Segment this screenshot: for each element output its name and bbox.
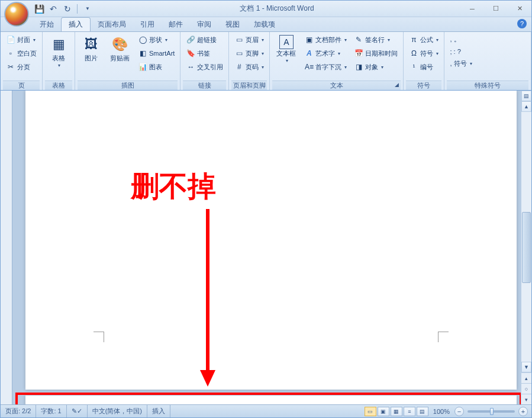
- help-button[interactable]: ?: [517, 19, 527, 28]
- qat-save-button[interactable]: 💾: [33, 2, 46, 15]
- zoom-slider-thumb[interactable]: [490, 408, 494, 415]
- textbox-icon: A: [279, 35, 294, 49]
- cross-reference-icon: ↔: [186, 62, 195, 72]
- equation-icon: π: [409, 35, 418, 44]
- table-icon: ▦: [49, 35, 68, 54]
- picture-icon: 🖼: [82, 35, 101, 54]
- footer-button[interactable]: ▭页脚▾: [231, 47, 267, 60]
- tab-addins[interactable]: 加载项: [247, 18, 282, 31]
- date-time-icon: 📅: [354, 49, 363, 58]
- zoom-out-button[interactable]: −: [454, 407, 464, 416]
- full-screen-view-button[interactable]: ▣: [378, 407, 389, 416]
- signature-line-button[interactable]: ✎签名行▾: [351, 33, 401, 46]
- blank-page-icon: ▫: [6, 49, 15, 58]
- scroll-thumb[interactable]: [522, 212, 531, 283]
- header-button[interactable]: ▭页眉▾: [231, 33, 267, 46]
- chart-icon: 📊: [138, 62, 147, 72]
- office-button[interactable]: [4, 2, 29, 27]
- shapes-icon: ◯: [138, 35, 147, 44]
- chart-button[interactable]: 📊图表: [135, 60, 178, 73]
- header-icon: ▭: [234, 35, 244, 44]
- quick-parts-button[interactable]: ▣文档部件▾: [301, 33, 350, 46]
- language-status[interactable]: 中文(简体，中国): [88, 405, 147, 417]
- cross-reference-button[interactable]: ↔交叉引用: [183, 60, 226, 73]
- page-status[interactable]: 页面: 2/2: [1, 405, 36, 417]
- svg-marker-1: [200, 370, 215, 387]
- document-page-1[interactable]: [25, 91, 517, 390]
- smartart-button[interactable]: ◧SmartArt: [135, 47, 178, 60]
- quick-parts-icon: ▣: [304, 35, 314, 44]
- proofing-status[interactable]: ✎✓: [67, 405, 88, 417]
- vertical-ruler[interactable]: [1, 91, 12, 404]
- tab-page-layout[interactable]: 页面布局: [91, 18, 133, 31]
- drop-cap-button[interactable]: A≡首字下沉▾: [301, 60, 350, 73]
- ruler-toggle-button[interactable]: ▤: [521, 91, 531, 101]
- quick-access-toolbar: 💾 ↶ ↻ ▼: [33, 1, 93, 17]
- window-controls: ─ ☐ ✕: [460, 1, 531, 17]
- symbol-button[interactable]: Ω符号▾: [406, 47, 441, 60]
- close-button[interactable]: ✕: [508, 1, 531, 17]
- minimize-button[interactable]: ─: [460, 1, 484, 17]
- vertical-scrollbar[interactable]: ▤ ▲ ▼ ▴ ○ ▾: [521, 91, 531, 404]
- page-number-button[interactable]: #页码▾: [231, 60, 267, 73]
- browse-object-button[interactable]: ○: [521, 383, 531, 394]
- drop-cap-icon: A≡: [304, 62, 314, 72]
- qat-customize-button[interactable]: ▼: [80, 2, 93, 15]
- draft-view-button[interactable]: ▤: [417, 407, 428, 416]
- picture-button[interactable]: 🖼图片: [78, 33, 105, 65]
- tab-review[interactable]: 审阅: [190, 18, 218, 31]
- punct-more-button[interactable]: , 符号▾: [447, 57, 475, 70]
- web-layout-view-button[interactable]: ▦: [391, 407, 402, 416]
- scroll-track[interactable]: [521, 112, 531, 362]
- tab-view[interactable]: 视图: [218, 18, 247, 31]
- group-illustrations-label: 插图: [78, 81, 178, 90]
- word-count-status[interactable]: 字数: 1: [36, 405, 66, 417]
- cover-page-button[interactable]: 📄封面▾: [3, 33, 40, 46]
- document-canvas[interactable]: ↵ 删不掉: [12, 91, 521, 404]
- object-button[interactable]: ◨对象▾: [351, 60, 401, 73]
- bookmark-button[interactable]: 🔖书签: [183, 47, 226, 60]
- group-symbols-label: 符号: [406, 81, 441, 90]
- tab-mailings[interactable]: 邮件: [162, 18, 190, 31]
- zoom-level[interactable]: 100%: [433, 408, 450, 415]
- print-layout-view-button[interactable]: ▭: [365, 407, 376, 416]
- next-page-button[interactable]: ▾: [521, 394, 531, 404]
- hyperlink-button[interactable]: 🔗超链接: [183, 33, 226, 46]
- page-break-button[interactable]: ✂分页: [3, 60, 40, 73]
- textbox-button[interactable]: A文本框▾: [272, 33, 300, 65]
- group-tables: ▦ 表格▾ 表格: [43, 32, 75, 90]
- equation-button[interactable]: π公式▾: [406, 33, 441, 46]
- qat-undo-button[interactable]: ↶: [47, 2, 60, 15]
- punct-row1-button[interactable]: , 。: [447, 33, 475, 46]
- qat-separator: [77, 4, 78, 14]
- tab-references[interactable]: 引用: [133, 18, 162, 31]
- scroll-down-button[interactable]: ▼: [521, 362, 531, 372]
- insert-mode-status[interactable]: 插入: [147, 405, 170, 417]
- clipart-button[interactable]: 🎨剪贴画: [106, 33, 134, 65]
- document-page-2[interactable]: ↵: [25, 396, 517, 404]
- page-break-icon: ✂: [6, 62, 15, 72]
- wordart-button[interactable]: A艺术字▾: [301, 47, 350, 60]
- ribbon-tabstrip: 开始 插入 页面布局 引用 邮件 审阅 视图 加载项 ?: [1, 17, 531, 31]
- scroll-up-button[interactable]: ▲: [521, 101, 531, 112]
- outline-view-button[interactable]: ≡: [404, 407, 415, 416]
- qat-redo-button[interactable]: ↻: [61, 2, 74, 15]
- group-pages: 📄封面▾ ▫空白页 ✂分页 页: [1, 32, 43, 90]
- tab-home[interactable]: 开始: [33, 18, 61, 31]
- zoom-slider[interactable]: [467, 410, 515, 413]
- punct-row2-button[interactable]: ; : ?: [447, 46, 475, 57]
- maximize-button[interactable]: ☐: [484, 1, 508, 17]
- zoom-in-button[interactable]: +: [518, 407, 528, 416]
- text-group-launcher[interactable]: ◢: [393, 82, 400, 89]
- table-button[interactable]: ▦ 表格▾: [45, 33, 72, 70]
- group-header-footer-label: 页眉和页脚: [231, 81, 267, 90]
- group-header-footer: ▭页眉▾ ▭页脚▾ #页码▾ 页眉和页脚: [229, 32, 270, 90]
- date-time-button[interactable]: 📅日期和时间: [351, 47, 401, 60]
- group-special-symbols-label: 特殊符号: [447, 81, 528, 90]
- number-button[interactable]: ¹编号: [406, 60, 441, 73]
- tab-insert[interactable]: 插入: [61, 17, 91, 31]
- shapes-button[interactable]: ◯形状▾: [135, 33, 178, 46]
- margin-guide-icon: [438, 332, 449, 342]
- blank-page-button[interactable]: ▫空白页: [3, 47, 40, 60]
- prev-page-button[interactable]: ▴: [521, 372, 531, 383]
